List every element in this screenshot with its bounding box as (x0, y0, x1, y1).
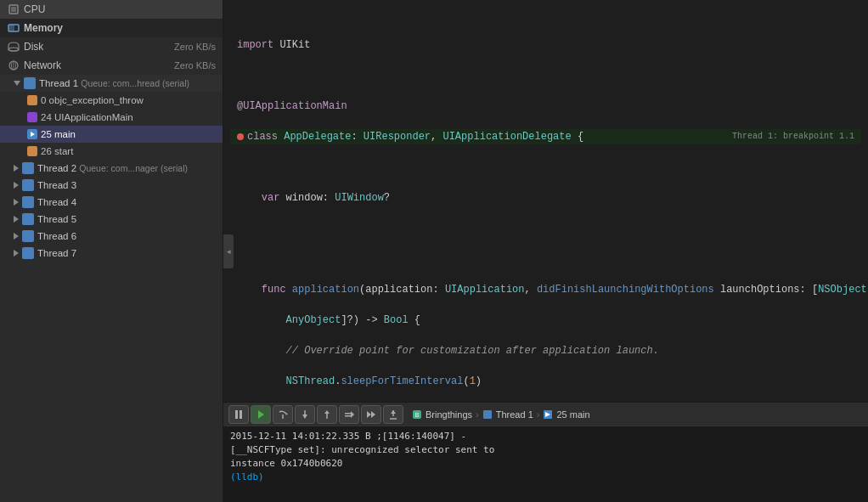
frame-25-item[interactable]: 25 main (0, 126, 223, 143)
svg-marker-13 (258, 410, 264, 419)
thread-4-label: Thread 4 (37, 197, 76, 207)
thread-7-item[interactable]: Thread 7 (0, 245, 223, 262)
console-line-3: instance 0x1740b0620 (230, 457, 861, 471)
step-over-inst-button[interactable] (361, 405, 381, 424)
thread-7-icon (22, 247, 34, 259)
thread-5-expand-icon (14, 216, 19, 223)
sidebar-resize-handle[interactable]: ◂ (223, 234, 234, 268)
thread-1-label: Thread 1 Queue: com...hread (serial) (39, 78, 189, 88)
svg-marker-10 (31, 132, 35, 137)
console[interactable]: 2015-12-11 14:01:22.335 B ;[1146:140047]… (223, 426, 868, 502)
step-over-button[interactable] (273, 405, 293, 424)
memory-icon (7, 21, 20, 35)
frame-26-icon (27, 146, 37, 156)
sidebar-item-memory[interactable]: Memory (0, 19, 223, 37)
breadcrumb-thread[interactable]: Thread 1 (496, 409, 533, 420)
console-line-1: 2015-12-11 14:01:22.335 B ;[1146:140047]… (230, 430, 861, 443)
network-value: Zero KB/s (174, 60, 216, 71)
code-line (230, 68, 861, 83)
sidebar-item-network[interactable]: Network Zero KB/s (0, 56, 223, 75)
svg-text:B: B (415, 412, 420, 418)
breadcrumb-thread-icon (482, 409, 493, 420)
thread-7-label: Thread 7 (37, 248, 76, 258)
svg-rect-1 (11, 7, 16, 12)
thread-4-expand-icon (14, 199, 19, 206)
thread-6-item[interactable]: Thread 6 (0, 228, 223, 245)
console-line-2: [__NSCFType set]: unrecognized selector … (230, 443, 861, 457)
frame-25-icon (27, 129, 37, 139)
thread-3-item[interactable]: Thread 3 (0, 177, 223, 194)
code-area: ◂ import UIKit @UIApplicationMain class … (223, 0, 868, 502)
svg-marker-22 (351, 411, 354, 418)
breadcrumb-frame[interactable]: 25 main (556, 409, 589, 420)
thread-1-icon (24, 77, 36, 89)
thread-5-item[interactable]: Thread 5 (0, 211, 223, 228)
console-line-4: (lldb) (230, 471, 861, 484)
thread-7-expand-icon (14, 250, 19, 257)
thread-6-icon (22, 230, 34, 242)
sidebar: CPU Memory Disk Zero KB/s Network Zero K… (0, 0, 223, 502)
network-label: Network (24, 59, 174, 71)
svg-rect-12 (240, 410, 242, 419)
frame-25-label: 25 main (41, 129, 76, 139)
thread-2-expand-icon (14, 165, 19, 172)
step-into-button[interactable] (295, 405, 315, 424)
thread-3-icon (22, 179, 34, 191)
code-line: import UIKit (230, 37, 861, 53)
thread-3-expand-icon (14, 182, 19, 189)
svg-marker-19 (324, 410, 330, 414)
code-line-breakpoint: class AppDelegate: UIResponder, UIApplic… (230, 129, 861, 144)
breadcrumb-app-icon: B (412, 409, 422, 420)
sidebar-item-disk[interactable]: Disk Zero KB/s (0, 37, 223, 56)
code-line: // Override point for customization afte… (230, 343, 861, 358)
code-line (230, 221, 861, 236)
breadcrumb-frame-icon (543, 409, 553, 420)
svg-marker-23 (367, 411, 371, 418)
thread-2-label: Thread 2 Queue: com...nager (serial) (37, 163, 188, 173)
code-line: NSThread.sleepForTimeInterval(1) (230, 374, 861, 389)
frame-26-item[interactable]: 26 start (0, 143, 223, 160)
code-line (230, 251, 861, 267)
code-line: AnyObject]?) -> Bool { (230, 313, 861, 328)
step-out-button[interactable] (317, 405, 337, 424)
disk-value: Zero KB/s (174, 42, 216, 52)
breadcrumb-app[interactable]: Bringthings (426, 409, 472, 420)
thread-6-label: Thread 6 (37, 231, 76, 241)
code-line (230, 160, 861, 175)
breakpoint-annotation: Thread 1: breakpoint 1.1 (732, 129, 854, 144)
frame-0-item[interactable]: 0 objc_exception_throw (0, 92, 223, 109)
pause-button[interactable] (228, 405, 249, 424)
breadcrumb: B Bringthings › Thread 1 › 25 main (412, 409, 590, 420)
thread-5-icon (22, 213, 34, 225)
thread-6-expand-icon (14, 233, 19, 240)
frame-24-icon (27, 112, 37, 122)
cpu-icon (7, 3, 20, 16)
thread-3-label: Thread 3 (37, 180, 76, 190)
code-line: func application(application: UIApplicat… (230, 282, 861, 297)
disk-icon (7, 40, 20, 54)
main-layout: CPU Memory Disk Zero KB/s Network Zero K… (0, 0, 868, 502)
code-line: @UIApplicationMain (230, 99, 861, 114)
thread-4-icon (22, 196, 34, 208)
thread-4-item[interactable]: Thread 4 (0, 194, 223, 211)
network-icon (7, 59, 20, 72)
instruction-step-button[interactable] (339, 405, 359, 424)
frame-24-item[interactable]: 24 UIApplicationMain (0, 109, 223, 126)
svg-rect-30 (483, 410, 492, 419)
svg-marker-24 (371, 411, 375, 418)
export-button[interactable] (383, 405, 403, 424)
sidebar-item-cpu[interactable]: CPU (0, 0, 223, 19)
svg-rect-21 (345, 415, 352, 417)
cpu-label: CPU (24, 3, 216, 15)
toolbar: B Bringthings › Thread 1 › 25 main (223, 402, 868, 426)
continue-button[interactable] (251, 405, 271, 424)
frame-0-icon (27, 95, 37, 105)
disk-label: Disk (24, 41, 174, 53)
svg-marker-17 (302, 415, 307, 419)
thread-5-label: Thread 5 (37, 214, 76, 224)
code-editor[interactable]: import UIKit @UIApplicationMain class Ap… (223, 0, 868, 402)
thread-2-icon (22, 162, 34, 174)
thread-1-item[interactable]: Thread 1 Queue: com...hread (serial) (0, 75, 223, 92)
code-line: var window: UIWindow? (230, 190, 861, 206)
thread-2-item[interactable]: Thread 2 Queue: com...nager (serial) (0, 160, 223, 177)
